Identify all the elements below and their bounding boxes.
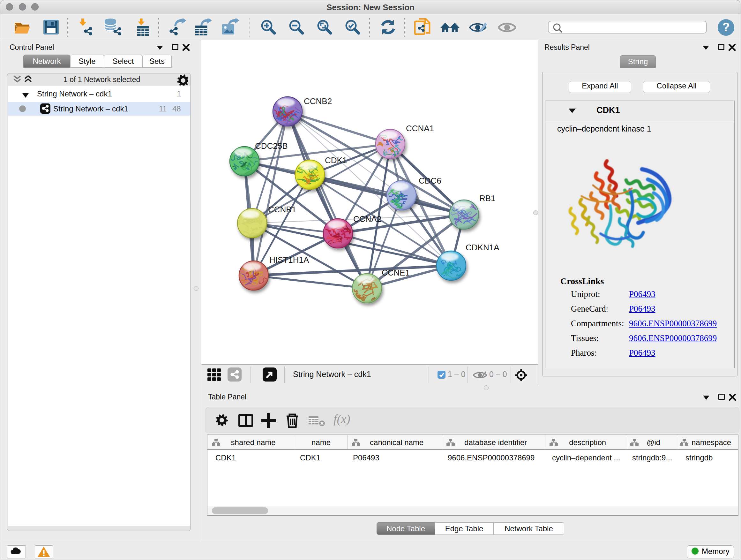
svg-text:?: ? (722, 20, 730, 34)
svg-text:CCNE1: CCNE1 (382, 268, 410, 277)
svg-text:CCNA1: CCNA1 (406, 124, 434, 133)
svg-text:CDC25B: CDC25B (255, 141, 288, 151)
svg-text:CCNA2: CCNA2 (353, 214, 381, 224)
svg-text:CCNB1: CCNB1 (268, 205, 296, 214)
svg-text:HIST1H1A: HIST1H1A (269, 255, 309, 265)
svg-text:RB1: RB1 (479, 193, 495, 203)
svg-text:CDC6: CDC6 (419, 176, 441, 186)
svg-text:CDK1: CDK1 (325, 155, 347, 165)
svg-text:CDKN1A: CDKN1A (466, 243, 499, 252)
svg-text:CCNB2: CCNB2 (304, 97, 332, 106)
